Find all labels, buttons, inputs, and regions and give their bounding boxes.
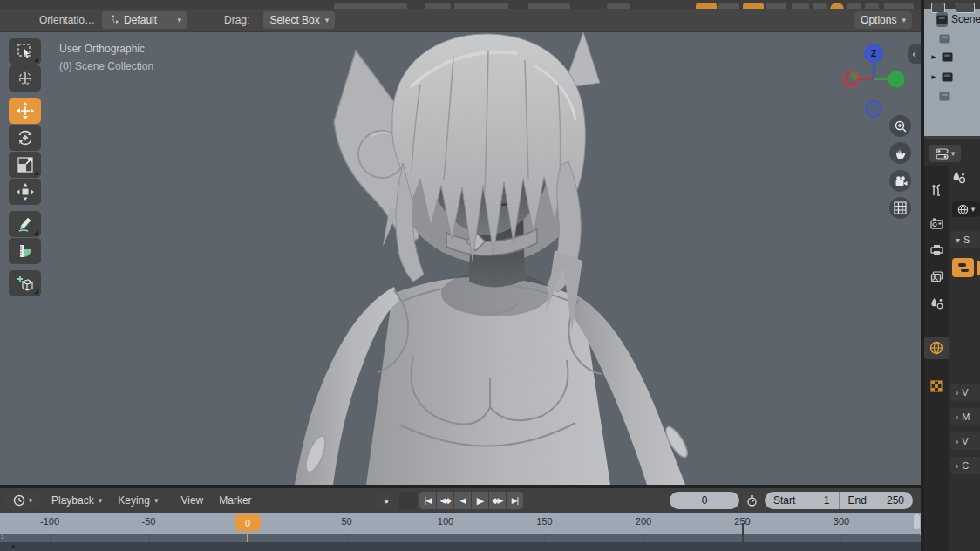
expand-arrow-icon[interactable]: ► [930, 53, 937, 61]
zoom-button[interactable] [889, 115, 911, 137]
orientation-dropdown[interactable]: Default ▾ [102, 11, 187, 29]
timeline-track[interactable]: › [0, 534, 924, 542]
panel-expand-icon: › [956, 388, 958, 398]
panel-collapsed-1[interactable]: › V [950, 384, 980, 401]
sidebar-collapse-arrow[interactable]: ‹ [908, 44, 921, 64]
tab-render[interactable] [924, 212, 949, 235]
tool-wrench-icon [930, 184, 943, 197]
view-name: User Orthographic [59, 40, 153, 58]
tab-scene[interactable] [924, 292, 949, 315]
outliner-row[interactable]: ► [924, 69, 980, 85]
toggle-grid-button[interactable] [889, 197, 911, 219]
tab-tool[interactable] [924, 179, 949, 201]
tool-cursor-button[interactable] [9, 65, 41, 92]
partial-button[interactable] [766, 3, 786, 9]
world-nodetree-button[interactable] [952, 258, 974, 277]
partial-button[interactable] [718, 3, 739, 9]
current-frame-field[interactable]: 0 [670, 492, 739, 509]
camera-view-button[interactable] [889, 170, 911, 192]
editor-type-dropdown[interactable]: ▾ [5, 492, 40, 509]
proportional-edit-partial[interactable] [743, 3, 764, 9]
tool-move-button[interactable] [9, 98, 41, 124]
menu-marker[interactable]: Marker [211, 494, 259, 507]
auto-keyframe-record-button[interactable]: ● [375, 492, 398, 509]
scale-icon [17, 156, 34, 173]
playhead[interactable] [247, 530, 248, 542]
track-gridline [149, 534, 150, 542]
gizmo-axis-y-pos[interactable] [888, 71, 905, 88]
ruler-tick-label: 200 [636, 516, 651, 527]
outliner-row[interactable]: ► [924, 49, 980, 65]
pan-button[interactable] [889, 142, 911, 164]
orientation-value: Default [124, 14, 172, 26]
gizmo-axis-z-neg[interactable] [866, 101, 881, 117]
panel-collapsed-4[interactable]: › C [950, 457, 980, 474]
snap-toggle-partial[interactable] [696, 3, 717, 9]
jump-to-end-button[interactable]: ▶| [507, 492, 523, 509]
expand-arrow-icon[interactable]: ► [930, 73, 937, 81]
panel-expand-icon: › [956, 461, 958, 471]
outliner-row[interactable] [924, 88, 980, 104]
timeline-scrollbar-strip[interactable] [0, 542, 924, 551]
timeline-vertical-scrollbar[interactable] [914, 514, 920, 529]
partial-button[interactable] [865, 3, 879, 9]
partial-button[interactable] [528, 3, 570, 9]
panel-collapsed-2[interactable]: › M [950, 408, 980, 425]
tool-scale-button[interactable] [9, 152, 41, 178]
tool-add-cube-button[interactable] [9, 270, 41, 296]
end-frame-field[interactable]: End250 [840, 494, 914, 507]
3d-viewport[interactable]: User Orthographic (0) Scene Collection [0, 32, 921, 485]
partial-button[interactable] [792, 3, 809, 9]
jump-to-start-button[interactable]: |◀ [419, 492, 436, 509]
start-frame-field[interactable]: Start1 [765, 494, 839, 507]
navigation-gizmo[interactable]: Z [839, 43, 909, 125]
world-data-dropdown[interactable]: ▾ [952, 201, 980, 217]
timeline-ruler[interactable]: -100-50050100150200250300 [0, 513, 924, 534]
channel-expand-arrow[interactable]: › [1, 531, 4, 541]
track-gridline [446, 534, 446, 542]
partial-button[interactable] [607, 3, 630, 9]
panel-expand-icon: › [956, 412, 958, 422]
menu-keying[interactable]: Keying▾ [110, 494, 166, 507]
end-frame-line [742, 523, 744, 542]
collection-icon [939, 34, 950, 44]
play-button[interactable]: ▶ [472, 492, 488, 509]
use-preview-range-button[interactable] [742, 492, 762, 509]
gizmo-axis-x-neg[interactable] [843, 71, 859, 87]
next-keyframe-button[interactable]: ◆▶ [489, 492, 506, 509]
partial-button[interactable] [334, 3, 407, 9]
character-model[interactable] [0, 32, 921, 485]
partial-button[interactable] [847, 3, 861, 9]
panel-surface-header[interactable]: ▾ S [950, 231, 980, 248]
tab-texture[interactable] [924, 375, 949, 398]
tab-world[interactable] [924, 337, 949, 359]
menu-view[interactable]: View [173, 494, 211, 507]
tool-annotate-button[interactable] [9, 211, 41, 237]
partial-button[interactable] [884, 3, 914, 9]
outliner-row[interactable] [924, 31, 980, 46]
properties-editor-dropdown[interactable]: ▾ [929, 145, 961, 162]
outliner-row-scene-collection[interactable]: Scene Collection [924, 11, 980, 27]
keying-set-button[interactable] [399, 492, 417, 509]
tool-transform-button[interactable] [9, 179, 41, 205]
partial-button[interactable] [454, 3, 508, 9]
partial-button[interactable] [425, 3, 451, 9]
tool-rotate-button[interactable] [9, 125, 41, 151]
tool-select-box-button[interactable] [9, 38, 41, 65]
panel-collapsed-3[interactable]: › V [950, 432, 980, 450]
play-reverse-button[interactable]: ◀ [454, 492, 471, 509]
overlay-toggle-partial[interactable] [830, 3, 844, 9]
nodetree-icon [957, 262, 970, 273]
drag-dropdown[interactable]: Select Box ▾ [263, 11, 335, 29]
current-frame-indicator[interactable]: 0 [235, 514, 261, 531]
world-globe-icon [957, 204, 969, 215]
partial-button[interactable] [813, 3, 827, 9]
tool-measure-button[interactable] [9, 238, 41, 264]
menu-playback[interactable]: Playback▾ [44, 494, 110, 507]
timeline-scrub-area[interactable]: -100-50050100150200250300 › ‹ [0, 513, 924, 542]
tab-view-layer[interactable] [924, 266, 949, 289]
prev-keyframe-button[interactable]: ◀◆ [437, 492, 453, 509]
tab-output[interactable] [924, 239, 949, 262]
options-dropdown[interactable]: Options ▾ [854, 11, 912, 29]
ruler-tick-label: 50 [341, 516, 351, 527]
